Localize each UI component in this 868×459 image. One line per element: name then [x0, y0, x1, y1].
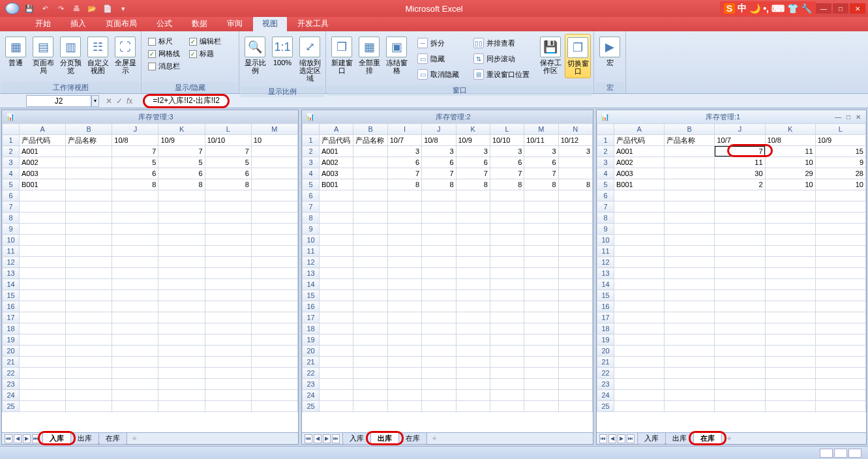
- cell[interactable]: [320, 190, 353, 201]
- cell[interactable]: [251, 346, 297, 357]
- cell[interactable]: [456, 346, 490, 357]
- cell[interactable]: [320, 257, 353, 268]
- cell[interactable]: [490, 334, 524, 346]
- cell[interactable]: [66, 401, 112, 412]
- cell[interactable]: [815, 235, 865, 246]
- cell[interactable]: [353, 279, 387, 290]
- cell[interactable]: [665, 146, 715, 157]
- cell[interactable]: [490, 246, 524, 257]
- cell[interactable]: [815, 357, 865, 368]
- row-header-1[interactable]: 1: [597, 135, 614, 146]
- select-all[interactable]: [597, 124, 614, 135]
- tab-数据[interactable]: 数据: [183, 16, 217, 31]
- cell[interactable]: [158, 246, 205, 257]
- select-all[interactable]: [303, 124, 320, 135]
- cell[interactable]: [387, 401, 421, 412]
- cell[interactable]: [765, 379, 815, 390]
- cell[interactable]: 29: [765, 168, 815, 179]
- cell[interactable]: [715, 224, 765, 235]
- name-box-dropdown[interactable]: ▾: [91, 95, 99, 107]
- cell[interactable]: [715, 368, 765, 379]
- cell[interactable]: [665, 235, 715, 246]
- cell[interactable]: [815, 279, 865, 290]
- row-header-11[interactable]: 11: [3, 246, 20, 257]
- cell[interactable]: A003: [320, 168, 353, 179]
- cell[interactable]: [456, 224, 490, 235]
- cell[interactable]: [665, 312, 715, 323]
- spreadsheet[interactable]: ABIJKLMN1产品代码产品名称10/710/810/910/1010/111…: [302, 123, 593, 432]
- cell[interactable]: [320, 224, 353, 235]
- row-header-19[interactable]: 19: [3, 334, 20, 346]
- cell[interactable]: [665, 334, 715, 346]
- row-header-24[interactable]: 24: [303, 390, 320, 401]
- cell[interactable]: 产品名称: [665, 135, 715, 146]
- row-header-1[interactable]: 1: [3, 135, 20, 146]
- cell[interactable]: [205, 224, 251, 235]
- child-close[interactable]: ✕: [854, 113, 862, 121]
- cell[interactable]: [112, 368, 158, 379]
- cell[interactable]: [614, 224, 665, 235]
- cell[interactable]: 8: [490, 179, 524, 190]
- cell[interactable]: [456, 379, 490, 390]
- office-button[interactable]: [5, 3, 20, 14]
- cell[interactable]: [558, 279, 592, 290]
- cell[interactable]: 3: [490, 146, 524, 157]
- cell[interactable]: [320, 312, 353, 323]
- cell[interactable]: [614, 301, 665, 312]
- cell[interactable]: [205, 290, 251, 301]
- child-max[interactable]: □: [845, 113, 852, 121]
- cell[interactable]: [456, 312, 490, 323]
- cell[interactable]: [524, 268, 558, 279]
- cell[interactable]: [66, 334, 112, 346]
- split[interactable]: ─拆分: [415, 37, 462, 50]
- cell[interactable]: [320, 346, 353, 357]
- row-header-12[interactable]: 12: [303, 257, 320, 268]
- cell[interactable]: [205, 301, 251, 312]
- cell[interactable]: [112, 379, 158, 390]
- cell[interactable]: [524, 368, 558, 379]
- cell[interactable]: [490, 213, 524, 224]
- cell[interactable]: [765, 290, 815, 301]
- cell[interactable]: 3: [422, 146, 456, 157]
- row-header-2[interactable]: 2: [3, 146, 20, 157]
- cell[interactable]: [456, 290, 490, 301]
- cell[interactable]: [353, 379, 387, 390]
- row-header-13[interactable]: 13: [597, 268, 614, 279]
- cell[interactable]: 30: [715, 168, 765, 179]
- cell[interactable]: [353, 257, 387, 268]
- arrange-all[interactable]: ▦全部重排: [356, 34, 382, 77]
- view-side[interactable]: ▯▯并排查看: [471, 37, 532, 50]
- tab-nav[interactable]: ◀: [314, 434, 322, 443]
- cell[interactable]: [715, 268, 765, 279]
- cell[interactable]: [205, 379, 251, 390]
- cell[interactable]: 产品名称: [353, 135, 387, 146]
- cell[interactable]: [112, 346, 158, 357]
- col-header-L[interactable]: L: [490, 124, 524, 135]
- cell[interactable]: [490, 201, 524, 213]
- zoom-sel[interactable]: ⤢缩放到选定区域: [297, 34, 323, 85]
- cell[interactable]: [158, 301, 205, 312]
- fx-button[interactable]: fx: [127, 96, 132, 106]
- cell[interactable]: 7: [490, 168, 524, 179]
- cell[interactable]: [387, 346, 421, 357]
- cell[interactable]: [387, 201, 421, 213]
- row-header-8[interactable]: 8: [303, 213, 320, 224]
- cell[interactable]: [765, 257, 815, 268]
- cell[interactable]: [614, 390, 665, 401]
- view-custom[interactable]: ☷自定义视图: [85, 34, 111, 77]
- cell[interactable]: [251, 279, 297, 290]
- cell[interactable]: [251, 157, 297, 168]
- cell[interactable]: B001: [320, 179, 353, 190]
- cell[interactable]: 8: [558, 179, 592, 190]
- cell[interactable]: [353, 190, 387, 201]
- cell[interactable]: [558, 401, 592, 412]
- qat-undo[interactable]: ↶: [39, 3, 51, 14]
- row-header-23[interactable]: 23: [3, 379, 20, 390]
- cell[interactable]: [524, 235, 558, 246]
- cell[interactable]: [20, 401, 66, 412]
- row-header-17[interactable]: 17: [3, 312, 20, 323]
- row-header-25[interactable]: 25: [303, 401, 320, 412]
- cell[interactable]: [715, 334, 765, 346]
- cell[interactable]: 7: [158, 146, 205, 157]
- cell[interactable]: [765, 224, 815, 235]
